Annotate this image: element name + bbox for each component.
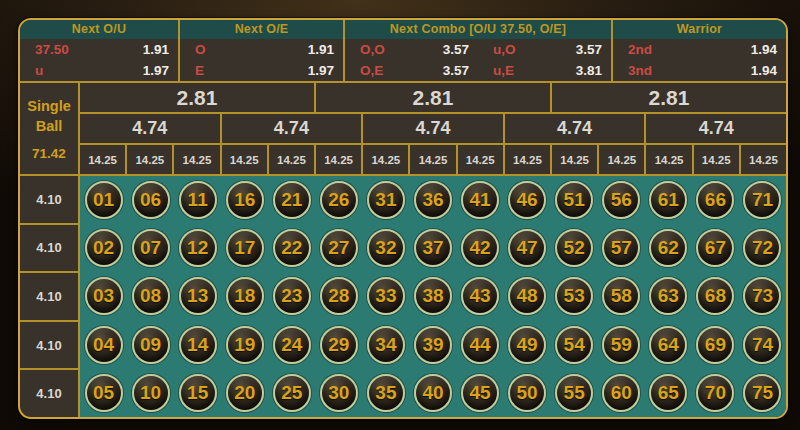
ball-66[interactable]: 66 — [696, 181, 734, 219]
ball-04[interactable]: 04 — [85, 326, 123, 364]
ball-54[interactable]: 54 — [555, 326, 593, 364]
ball-01[interactable]: 01 — [85, 181, 123, 219]
ball-18[interactable]: 18 — [226, 277, 264, 315]
odds-bet-next-combo-O,O[interactable]: O,O3.57 — [345, 39, 478, 60]
bet-single-column-15[interactable]: 14.25 — [739, 145, 786, 174]
bet-row-1[interactable]: 4.10 — [20, 176, 78, 225]
ball-68[interactable]: 68 — [696, 277, 734, 315]
bet-single-column-10[interactable]: 14.25 — [503, 145, 550, 174]
odds-bet-next-oe-E[interactable]: E1.97 — [180, 60, 343, 81]
ball-44[interactable]: 44 — [461, 326, 499, 364]
ball-75[interactable]: 75 — [743, 374, 781, 412]
ball-22[interactable]: 22 — [273, 229, 311, 267]
ball-69[interactable]: 69 — [696, 326, 734, 364]
bet-single-column-4[interactable]: 14.25 — [220, 145, 267, 174]
ball-31[interactable]: 31 — [367, 181, 405, 219]
bet-single-column-11[interactable]: 14.25 — [550, 145, 597, 174]
ball-12[interactable]: 12 — [179, 229, 217, 267]
bet-three-columns-4[interactable]: 4.74 — [503, 114, 645, 143]
odds-bet-warrior-3nd[interactable]: 3nd1.94 — [613, 60, 786, 81]
ball-02[interactable]: 02 — [85, 229, 123, 267]
ball-38[interactable]: 38 — [414, 277, 452, 315]
ball-47[interactable]: 47 — [508, 229, 546, 267]
odds-bet-next-combo-O,E[interactable]: O,E3.57 — [345, 60, 478, 81]
ball-65[interactable]: 65 — [649, 374, 687, 412]
ball-11[interactable]: 11 — [179, 181, 217, 219]
ball-43[interactable]: 43 — [461, 277, 499, 315]
ball-10[interactable]: 10 — [132, 374, 170, 412]
ball-03[interactable]: 03 — [85, 277, 123, 315]
bet-row-3[interactable]: 4.10 — [20, 273, 78, 322]
ball-23[interactable]: 23 — [273, 277, 311, 315]
ball-59[interactable]: 59 — [602, 326, 640, 364]
ball-56[interactable]: 56 — [602, 181, 640, 219]
ball-70[interactable]: 70 — [696, 374, 734, 412]
ball-14[interactable]: 14 — [179, 326, 217, 364]
ball-48[interactable]: 48 — [508, 277, 546, 315]
ball-61[interactable]: 61 — [649, 181, 687, 219]
ball-05[interactable]: 05 — [85, 374, 123, 412]
bet-row-2[interactable]: 4.10 — [20, 225, 78, 274]
odds-bet-next-combo-u,O[interactable]: u,O3.57 — [478, 39, 611, 60]
bet-single-column-6[interactable]: 14.25 — [314, 145, 361, 174]
ball-64[interactable]: 64 — [649, 326, 687, 364]
bet-three-columns-1[interactable]: 4.74 — [80, 114, 220, 143]
ball-57[interactable]: 57 — [602, 229, 640, 267]
bet-five-columns-3[interactable]: 2.81 — [550, 83, 786, 112]
ball-72[interactable]: 72 — [743, 229, 781, 267]
ball-06[interactable]: 06 — [132, 181, 170, 219]
bet-row-5[interactable]: 4.10 — [20, 370, 78, 417]
ball-35[interactable]: 35 — [367, 374, 405, 412]
bet-single-column-1[interactable]: 14.25 — [80, 145, 125, 174]
ball-07[interactable]: 07 — [132, 229, 170, 267]
bet-single-column-14[interactable]: 14.25 — [692, 145, 739, 174]
bet-row-4[interactable]: 4.10 — [20, 322, 78, 371]
ball-09[interactable]: 09 — [132, 326, 170, 364]
ball-51[interactable]: 51 — [555, 181, 593, 219]
ball-32[interactable]: 32 — [367, 229, 405, 267]
ball-60[interactable]: 60 — [602, 374, 640, 412]
ball-53[interactable]: 53 — [555, 277, 593, 315]
ball-45[interactable]: 45 — [461, 374, 499, 412]
bet-five-columns-1[interactable]: 2.81 — [80, 83, 314, 112]
ball-25[interactable]: 25 — [273, 374, 311, 412]
ball-29[interactable]: 29 — [320, 326, 358, 364]
ball-67[interactable]: 67 — [696, 229, 734, 267]
ball-17[interactable]: 17 — [226, 229, 264, 267]
ball-55[interactable]: 55 — [555, 374, 593, 412]
bet-three-columns-3[interactable]: 4.74 — [361, 114, 503, 143]
ball-19[interactable]: 19 — [226, 326, 264, 364]
odds-bet-warrior-2nd[interactable]: 2nd1.94 — [613, 39, 786, 60]
ball-50[interactable]: 50 — [508, 374, 546, 412]
ball-30[interactable]: 30 — [320, 374, 358, 412]
ball-37[interactable]: 37 — [414, 229, 452, 267]
ball-73[interactable]: 73 — [743, 277, 781, 315]
odds-bet-next-ou-37.50[interactable]: 37.501.91 — [20, 39, 178, 60]
ball-20[interactable]: 20 — [226, 374, 264, 412]
ball-28[interactable]: 28 — [320, 277, 358, 315]
bet-single-column-3[interactable]: 14.25 — [172, 145, 219, 174]
ball-71[interactable]: 71 — [743, 181, 781, 219]
ball-24[interactable]: 24 — [273, 326, 311, 364]
ball-52[interactable]: 52 — [555, 229, 593, 267]
bet-three-columns-2[interactable]: 4.74 — [220, 114, 362, 143]
ball-39[interactable]: 39 — [414, 326, 452, 364]
odds-bet-next-oe-O[interactable]: O1.91 — [180, 39, 343, 60]
ball-63[interactable]: 63 — [649, 277, 687, 315]
ball-62[interactable]: 62 — [649, 229, 687, 267]
bet-three-columns-5[interactable]: 4.74 — [644, 114, 786, 143]
bet-five-columns-2[interactable]: 2.81 — [314, 83, 550, 112]
bet-single-column-2[interactable]: 14.25 — [125, 145, 172, 174]
ball-08[interactable]: 08 — [132, 277, 170, 315]
bet-single-column-9[interactable]: 14.25 — [456, 145, 503, 174]
bet-single-column-5[interactable]: 14.25 — [267, 145, 314, 174]
ball-42[interactable]: 42 — [461, 229, 499, 267]
ball-41[interactable]: 41 — [461, 181, 499, 219]
ball-58[interactable]: 58 — [602, 277, 640, 315]
ball-34[interactable]: 34 — [367, 326, 405, 364]
ball-26[interactable]: 26 — [320, 181, 358, 219]
ball-21[interactable]: 21 — [273, 181, 311, 219]
bet-single-column-13[interactable]: 14.25 — [644, 145, 691, 174]
ball-36[interactable]: 36 — [414, 181, 452, 219]
odds-bet-next-ou-u[interactable]: u1.97 — [20, 60, 178, 81]
